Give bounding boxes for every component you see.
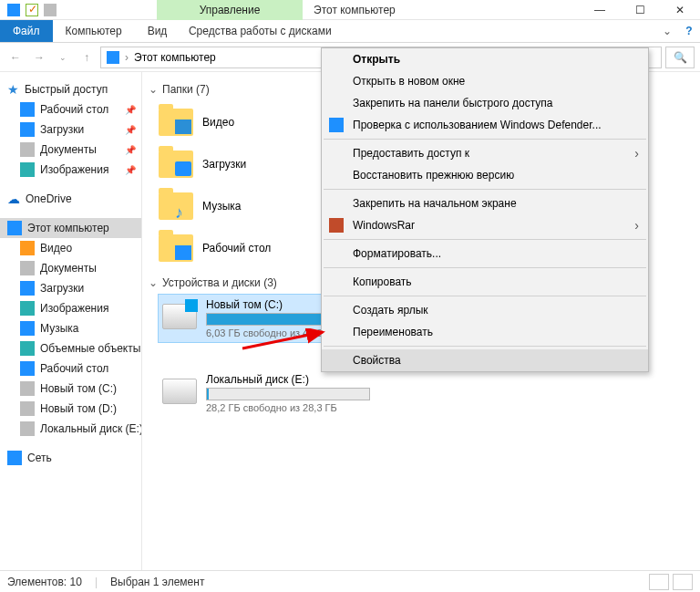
back-button[interactable]: ← bbox=[5, 47, 26, 68]
menu-separator bbox=[324, 189, 646, 190]
sidebar-item-label: Новый том (D:) bbox=[40, 402, 117, 415]
sidebar-item-downloads[interactable]: Загрузки📌 bbox=[0, 119, 141, 140]
sidebar-item-documents[interactable]: Документы bbox=[0, 258, 141, 278]
tab-file[interactable]: Файл bbox=[0, 20, 53, 42]
pin-icon: 📌 bbox=[125, 165, 136, 175]
sidebar-item-label: Сеть bbox=[27, 452, 52, 464]
sidebar-item-downloads[interactable]: Загрузки bbox=[0, 278, 141, 298]
sidebar-item-documents[interactable]: Документы📌 bbox=[0, 140, 141, 160]
sidebar-item-drive-c[interactable]: Новый том (C:) bbox=[0, 379, 141, 399]
menu-separator bbox=[324, 267, 646, 268]
drive-usage-bar bbox=[206, 388, 370, 400]
desktop-icon bbox=[20, 102, 35, 117]
context-menu: Открыть Открыть в новом окне Закрепить н… bbox=[321, 47, 649, 372]
tab-drive-tools[interactable]: Средства работы с дисками bbox=[187, 20, 333, 42]
menu-item-open-new-window[interactable]: Открыть в новом окне bbox=[322, 70, 648, 92]
menu-item-defender-scan[interactable]: Проверка с использованием Windows Defend… bbox=[322, 114, 648, 136]
minimize-button[interactable]: — bbox=[580, 0, 620, 20]
up-button[interactable]: ↑ bbox=[77, 47, 97, 68]
sidebar-item-label: Документы bbox=[40, 143, 97, 156]
sidebar-item-label: Загрузки bbox=[40, 282, 84, 295]
objects-icon bbox=[20, 341, 35, 356]
menu-item-label: Проверка с использованием Windows Defend… bbox=[353, 119, 602, 131]
chevron-down-icon: ⌄ bbox=[148, 83, 159, 96]
rar-icon bbox=[329, 218, 344, 233]
folder-icon bbox=[159, 234, 193, 262]
sidebar-item-pictures[interactable]: Изображения bbox=[0, 298, 141, 318]
folder-label: Музыка bbox=[202, 200, 241, 213]
sidebar-item-onedrive[interactable]: ☁OneDrive bbox=[0, 189, 141, 209]
drive-free-text: 28,2 ГБ свободно из 28,3 ГБ bbox=[206, 402, 370, 413]
sidebar-item-3d-objects[interactable]: Объемные объекты bbox=[0, 338, 141, 358]
title-bar: ✓ Управление Этот компьютер — ☐ ✕ bbox=[0, 0, 700, 20]
menu-item-pin-start[interactable]: Закрепить на начальном экране bbox=[322, 192, 648, 214]
pin-icon: 📌 bbox=[125, 145, 136, 155]
sidebar-item-drive-d[interactable]: Новый том (D:) bbox=[0, 399, 141, 419]
sidebar-item-this-pc[interactable]: Этот компьютер bbox=[0, 218, 141, 238]
sidebar-item-label: Локальный диск (E:) bbox=[40, 422, 142, 435]
video-icon bbox=[20, 241, 35, 255]
menu-item-copy[interactable]: Копировать bbox=[322, 271, 648, 293]
menu-item-format[interactable]: Форматировать... bbox=[322, 243, 648, 265]
pin-icon: 📌 bbox=[125, 125, 136, 135]
drive-icon bbox=[20, 421, 35, 436]
menu-item-label: Предоставить доступ к bbox=[353, 147, 469, 160]
sidebar-item-pictures[interactable]: Изображения📌 bbox=[0, 160, 141, 180]
sidebar-item-desktop[interactable]: Рабочий стол bbox=[0, 358, 141, 379]
sidebar-item-label: Новый том (C:) bbox=[40, 382, 117, 395]
ribbon-expand-icon[interactable]: ⌄ bbox=[656, 20, 678, 42]
drive-item-e[interactable]: Локальный диск (E:) 28,2 ГБ свободно из … bbox=[159, 369, 374, 417]
menu-item-share[interactable]: Предоставить доступ к› bbox=[322, 142, 648, 164]
sidebar-item-label: Объемные объекты bbox=[40, 342, 140, 355]
sidebar-item-videos[interactable]: Видео bbox=[0, 238, 141, 258]
navigation-pane: ★Быстрый доступ Рабочий стол📌 Загрузки📌 … bbox=[0, 72, 142, 570]
menu-item-open[interactable]: Открыть bbox=[322, 48, 648, 70]
menu-item-windowsrar[interactable]: WindowsRar› bbox=[322, 214, 648, 236]
tiles-view-button[interactable] bbox=[673, 574, 693, 590]
folder-icon: ♪ bbox=[159, 192, 193, 220]
forward-button[interactable]: → bbox=[29, 47, 49, 68]
window-title: Этот компьютер bbox=[314, 4, 396, 16]
tab-view[interactable]: Вид bbox=[135, 20, 180, 42]
history-dropdown-icon[interactable]: ⌄ bbox=[53, 47, 73, 68]
sidebar-item-desktop[interactable]: Рабочий стол📌 bbox=[0, 99, 141, 119]
menu-item-restore-previous[interactable]: Восстановить прежнюю версию bbox=[322, 164, 648, 186]
group-header-label: Папки (7) bbox=[162, 83, 210, 96]
chevron-down-icon: ⌄ bbox=[148, 276, 159, 289]
desktop-overlay-icon bbox=[175, 245, 191, 260]
menu-item-create-shortcut[interactable]: Создать ярлык bbox=[322, 299, 648, 321]
search-input[interactable]: 🔍 bbox=[665, 47, 695, 68]
sidebar-item-label: OneDrive bbox=[26, 192, 72, 205]
menu-separator bbox=[324, 139, 646, 140]
pc-icon bbox=[7, 221, 22, 235]
sidebar-item-label: Быстрый доступ bbox=[25, 83, 108, 96]
window-controls: — ☐ ✕ bbox=[580, 0, 700, 20]
help-icon[interactable]: ? bbox=[678, 20, 700, 42]
maximize-button[interactable]: ☐ bbox=[620, 0, 660, 20]
sidebar-item-drive-e[interactable]: Локальный диск (E:) bbox=[0, 419, 141, 439]
menu-item-pin-quick-access[interactable]: Закрепить на панели быстрого доступа bbox=[322, 92, 648, 114]
sidebar-group-quick-access[interactable]: ★Быстрый доступ bbox=[0, 79, 141, 99]
menu-separator bbox=[324, 296, 646, 296]
details-view-button[interactable] bbox=[649, 574, 669, 590]
close-button[interactable]: ✕ bbox=[660, 0, 700, 20]
sidebar-item-label: Документы bbox=[40, 262, 97, 275]
checkbox-icon[interactable]: ✓ bbox=[26, 4, 38, 16]
sidebar-item-network[interactable]: Сеть bbox=[0, 448, 141, 468]
video-overlay-icon bbox=[175, 119, 191, 134]
qat-overflow-icon[interactable] bbox=[44, 4, 57, 16]
folder-icon bbox=[159, 109, 193, 136]
drive-icon bbox=[20, 401, 35, 416]
sidebar-item-label: Рабочий стол bbox=[40, 103, 108, 116]
breadcrumb[interactable]: Этот компьютер bbox=[134, 51, 216, 64]
tab-computer[interactable]: Компьютер bbox=[53, 20, 135, 42]
contextual-tab-manage[interactable]: Управление bbox=[157, 0, 303, 20]
submenu-arrow-icon: › bbox=[634, 218, 639, 233]
menu-item-rename[interactable]: Переименовать bbox=[322, 321, 648, 343]
music-icon bbox=[20, 321, 35, 336]
network-icon bbox=[7, 451, 22, 465]
shield-icon bbox=[329, 118, 344, 132]
sidebar-item-music[interactable]: Музыка bbox=[0, 318, 141, 338]
group-header-label: Устройства и диски (3) bbox=[162, 276, 277, 289]
menu-item-properties[interactable]: Свойства bbox=[322, 349, 648, 371]
